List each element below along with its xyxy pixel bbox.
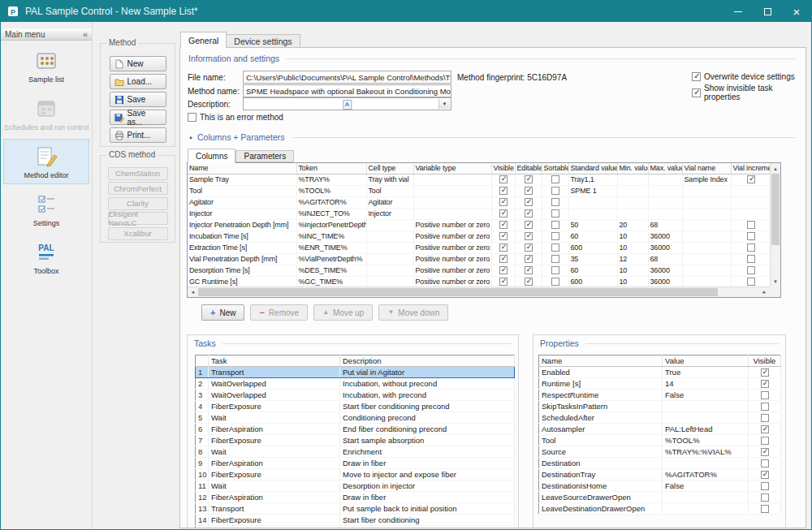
sortable-checkbox[interactable] (551, 187, 559, 195)
sortable-checkbox[interactable] (551, 243, 559, 252)
editable-checkbox[interactable] (525, 221, 533, 229)
method-name-field[interactable]: SPME Headspace with optional Bakeout in … (243, 84, 451, 97)
close-button[interactable]: × (782, 1, 811, 22)
task-row[interactable]: 4FiberExposureStart fiber conditioning p… (196, 401, 515, 412)
visible-checkbox[interactable] (761, 414, 769, 422)
show-invisible-properties-checkbox[interactable] (692, 88, 701, 97)
columns-grid-row[interactable]: Injector%INJECT_TO%Injector (188, 208, 770, 219)
vertical-scrollbar[interactable]: ▲ ▼ (770, 163, 780, 287)
property-row[interactable]: SkipTasksInPattern (539, 401, 781, 412)
column-header-visible[interactable]: Visible (491, 163, 515, 174)
visible-checkbox[interactable] (761, 403, 769, 411)
task-row[interactable]: 11WaitDesorption in injector (196, 480, 515, 492)
editable-checkbox[interactable] (525, 243, 533, 252)
sortable-checkbox[interactable] (551, 198, 559, 206)
column-header-token[interactable]: Token (296, 163, 366, 174)
save-as-method-button[interactable]: Save as... (110, 110, 166, 125)
task-row[interactable]: 2WaitOverlappedIncubation, without preco… (196, 378, 515, 390)
task-row[interactable]: 1TransportPut vial in Agitator (196, 367, 515, 378)
columns-grid-row[interactable]: Extraction Time [s]%ENR_TIME%Positive nu… (188, 242, 770, 253)
sidebar-item-toolbox[interactable]: PAL Toolbox (3, 235, 89, 280)
visible-checkbox[interactable] (499, 187, 508, 195)
tab-general[interactable]: General (180, 32, 227, 48)
horizontal-scroll-thumb[interactable] (198, 288, 718, 296)
editable-checkbox[interactable] (525, 278, 533, 286)
description-dropdown[interactable]: A ▼ (243, 97, 451, 110)
visible-checkbox[interactable] (761, 482, 769, 490)
task-row[interactable]: 8WaitEnrichment (196, 446, 515, 458)
save-method-button[interactable]: Save (110, 92, 166, 107)
visible-checkbox[interactable] (499, 266, 508, 274)
column-header-cell-type[interactable]: Cell type (366, 163, 413, 174)
property-row[interactable]: AutosamplerPAL:LeftHead (539, 424, 781, 435)
visible-checkbox[interactable] (499, 175, 508, 183)
column-header-vial-increment[interactable]: Vial increment (731, 163, 770, 174)
property-row[interactable]: LeaveSourceDrawerOpen (539, 492, 781, 503)
editable-checkbox[interactable] (525, 232, 533, 240)
editable-checkbox[interactable] (525, 187, 533, 195)
property-row[interactable]: ScheduledAfter (539, 412, 781, 424)
sortable-checkbox[interactable] (551, 255, 559, 263)
scroll-down-icon[interactable]: ▼ (771, 276, 780, 287)
property-row[interactable]: RespectRuntimeFalse (539, 390, 781, 401)
visible-checkbox[interactable] (499, 278, 508, 286)
visible-checkbox[interactable] (499, 255, 508, 263)
column-header-variable-type[interactable]: Variable type (413, 163, 491, 174)
task-row[interactable]: 5WaitConditioning precond (196, 412, 515, 424)
sortable-checkbox[interactable] (551, 266, 559, 274)
subtab-columns[interactable]: Columns (188, 149, 235, 163)
task-row[interactable]: 14FiberExposureStart fiber conditioning (196, 515, 515, 526)
sidebar-item-settings[interactable]: Settings (3, 187, 89, 232)
task-row[interactable]: 13TransportPut sample back to initial po… (196, 503, 515, 515)
visible-checkbox[interactable] (499, 198, 508, 206)
editable-checkbox[interactable] (525, 198, 533, 206)
columns-grid-row[interactable]: Incubation Time [s]%INC_TIME%Positive nu… (188, 231, 770, 242)
column-header-standard-value[interactable]: Standard value (568, 163, 617, 174)
vial-increment-checkbox[interactable] (747, 232, 755, 240)
visible-checkbox[interactable] (761, 493, 769, 502)
columns-grid-row[interactable]: Agitator%AGITATOR%Agitator (188, 196, 770, 208)
scroll-up-icon[interactable]: ▲ (771, 163, 780, 174)
task-row[interactable]: 9FiberAspirationDraw in fiber (196, 458, 515, 469)
new-column-button[interactable]: + New (201, 304, 244, 321)
visible-checkbox[interactable] (761, 368, 769, 377)
task-row[interactable]: 6FiberAspirationEnd fiber conditioning p… (196, 424, 515, 435)
collapse-section-icon[interactable]: ▲ (188, 135, 193, 140)
sortable-checkbox[interactable] (551, 175, 559, 183)
visible-checkbox[interactable] (499, 243, 508, 252)
sortable-checkbox[interactable] (551, 232, 559, 240)
task-row[interactable]: 12FiberAspirationDraw in fiber (196, 492, 515, 503)
sortable-checkbox[interactable] (551, 278, 559, 286)
chevron-down-icon[interactable]: ▼ (438, 99, 450, 109)
visible-checkbox[interactable] (499, 232, 508, 240)
column-header-vial-name[interactable]: Vial name (682, 163, 731, 174)
horizontal-scrollbar[interactable]: ◄ ► (188, 287, 770, 297)
editable-checkbox[interactable] (525, 209, 533, 218)
subtab-parameters[interactable]: Parameters (235, 150, 294, 162)
columns-grid-row[interactable]: GC Runtime [s]%GC_TIME%Positive number o… (188, 276, 770, 287)
tab-device-settings[interactable]: Device settings (227, 34, 300, 48)
columns-grid-row[interactable]: Sample Tray%TRAY%Tray with vialTray1,1Sa… (188, 174, 770, 185)
task-row[interactable]: 10FiberExposureMove to injector and expo… (196, 469, 515, 480)
property-row[interactable]: Runtime [s]14 (539, 378, 781, 390)
file-name-field[interactable]: C:\Users\Public\Documents\PAL Sample Con… (243, 71, 451, 84)
sidebar-item-method-editor[interactable]: Method editor (3, 139, 89, 184)
new-method-button[interactable]: New (110, 56, 166, 71)
columns-grid-row[interactable]: Injector Penetration Depth [mm]%Injector… (188, 219, 770, 231)
task-row[interactable]: 7FiberExposureStart sample absorption (196, 435, 515, 446)
column-header-name[interactable]: Name (188, 163, 296, 174)
property-row[interactable]: Destination (539, 458, 781, 469)
error-method-checkbox[interactable] (188, 113, 197, 122)
vial-increment-checkbox[interactable] (747, 278, 755, 286)
property-row[interactable]: Tool%TOOL% (539, 435, 781, 446)
visible-checkbox[interactable] (761, 459, 769, 468)
property-row[interactable]: LeaveDestinationDrawerOpen (539, 503, 781, 515)
editable-checkbox[interactable] (525, 175, 533, 183)
property-row[interactable]: Source%TRAY%:%VIAL% (539, 446, 781, 458)
minimize-button[interactable] (723, 1, 753, 22)
sortable-checkbox[interactable] (551, 209, 559, 218)
visible-checkbox[interactable] (761, 448, 769, 456)
sidebar-item-sample-list[interactable]: Sample list (3, 43, 89, 88)
visible-checkbox[interactable] (761, 380, 769, 388)
visible-checkbox[interactable] (761, 437, 769, 445)
